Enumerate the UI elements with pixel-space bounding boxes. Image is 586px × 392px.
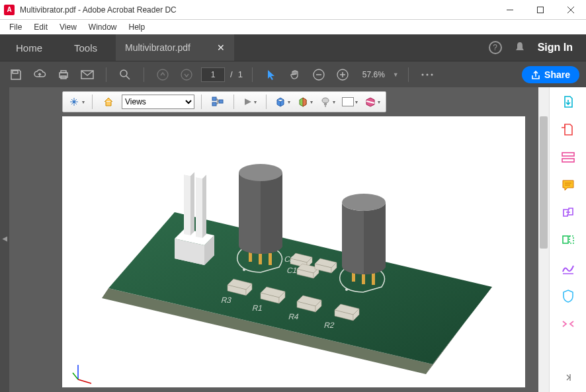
app-icon: A <box>4 5 15 15</box>
svg-point-8 <box>120 70 127 77</box>
compress-pdf-icon[interactable] <box>560 316 576 332</box>
right-tools-rail <box>549 87 586 392</box>
svg-point-19 <box>431 73 433 75</box>
rotate-3d-icon[interactable]: ▾ <box>67 93 85 110</box>
edit-pdf-icon[interactable] <box>560 149 576 165</box>
svg-rect-78 <box>562 159 574 162</box>
zoom-level[interactable]: 57.6% <box>357 70 388 79</box>
left-rail[interactable]: ▶ <box>0 87 9 392</box>
page-number-input[interactable] <box>201 67 225 82</box>
minimize-button[interactable] <box>495 0 525 20</box>
home-view-icon[interactable] <box>99 93 118 110</box>
next-page-icon[interactable] <box>177 65 196 84</box>
cross-section-icon[interactable]: ▾ <box>363 93 382 110</box>
pdf-page[interactable]: C2 C1 R3 R1 R4 R2 <box>62 116 525 387</box>
share-label: Share <box>544 69 570 80</box>
svg-rect-21 <box>212 97 216 100</box>
svg-line-76 <box>73 373 78 379</box>
page-total: 1 <box>238 69 243 79</box>
background-color-icon[interactable]: ▾ <box>341 93 359 110</box>
menu-view[interactable]: View <box>54 21 82 33</box>
zoom-out-icon[interactable] <box>310 65 328 84</box>
pcb-3d-render: C2 C1 R3 R1 R4 R2 <box>62 116 525 387</box>
sign-in-button[interactable]: Sign In <box>538 42 573 54</box>
nav-tools[interactable]: Tools <box>58 34 113 61</box>
protect-icon[interactable] <box>560 288 576 304</box>
svg-point-30 <box>243 268 245 271</box>
combine-files-icon[interactable] <box>560 205 576 221</box>
svg-rect-44 <box>269 253 272 265</box>
svg-marker-40 <box>202 175 206 238</box>
svg-rect-1 <box>538 7 544 13</box>
pointer-icon[interactable] <box>262 65 280 84</box>
nav-home[interactable]: Home <box>0 34 58 61</box>
zoom-dropdown-icon[interactable]: ▼ <box>393 71 399 78</box>
views-select[interactable]: Views <box>122 95 194 109</box>
lighting-icon[interactable]: ▾ <box>318 93 337 110</box>
pdf3d-toolbar: ▾ Views ▾ ▾ ▾ ▾ ▾ ▾ <box>62 91 386 112</box>
svg-rect-22 <box>212 102 216 106</box>
svg-marker-36 <box>184 175 190 235</box>
fill-sign-icon[interactable] <box>560 260 576 276</box>
expand-left-icon: ▶ <box>2 236 7 243</box>
close-tab-icon[interactable]: ✕ <box>217 42 225 53</box>
svg-rect-81 <box>563 236 568 243</box>
collapse-rail-icon[interactable] <box>560 370 576 385</box>
page-separator: / <box>230 69 233 79</box>
svg-marker-39 <box>196 177 202 238</box>
menu-edit[interactable]: Edit <box>28 21 53 33</box>
find-icon[interactable] <box>116 65 134 84</box>
close-button[interactable] <box>556 0 586 20</box>
prev-page-icon[interactable] <box>153 65 172 84</box>
svg-line-75 <box>78 379 91 383</box>
svg-rect-23 <box>219 100 223 103</box>
email-icon[interactable] <box>78 65 97 84</box>
more-tools-icon[interactable] <box>418 65 437 84</box>
menu-window[interactable]: Window <box>83 21 122 33</box>
print-icon[interactable] <box>54 65 73 84</box>
comment-icon[interactable] <box>560 177 576 193</box>
svg-point-24 <box>322 98 329 103</box>
svg-line-9 <box>126 76 130 79</box>
cloud-upload-icon[interactable] <box>30 65 49 84</box>
model-tree-icon[interactable] <box>208 93 227 110</box>
main-toolbar: / 1 57.6% ▼ Share <box>0 61 586 87</box>
svg-point-11 <box>181 69 192 80</box>
vertical-scrollbar[interactable] <box>538 87 549 392</box>
svg-rect-77 <box>562 153 574 156</box>
export-pdf-icon[interactable] <box>560 94 576 110</box>
svg-rect-5 <box>61 71 66 73</box>
maximize-button[interactable] <box>525 0 556 20</box>
svg-rect-25 <box>324 102 327 105</box>
svg-point-10 <box>157 69 168 80</box>
projection-icon[interactable]: ▾ <box>273 93 292 110</box>
notifications-icon[interactable] <box>514 41 526 55</box>
render-mode-icon[interactable]: ▾ <box>296 93 314 110</box>
svg-point-47 <box>239 164 282 181</box>
share-button[interactable]: Share <box>522 66 579 83</box>
document-viewport[interactable]: ▾ Views ▾ ▾ ▾ ▾ ▾ ▾ <box>9 87 549 392</box>
svg-point-18 <box>426 73 428 75</box>
svg-point-31 <box>345 288 348 291</box>
svg-point-52 <box>342 194 386 211</box>
svg-rect-50 <box>372 273 375 285</box>
svg-rect-82 <box>569 236 573 243</box>
document-tab[interactable]: Multivibrator.pdf ✕ <box>116 34 234 61</box>
help-icon[interactable]: ? <box>489 41 502 54</box>
organize-pages-icon[interactable] <box>560 233 576 249</box>
zoom-in-icon[interactable] <box>333 65 352 84</box>
content-area: ▶ ▾ Views ▾ ▾ ▾ ▾ ▾ ▾ <box>0 87 586 392</box>
svg-point-17 <box>421 73 423 75</box>
share-icon <box>531 70 540 79</box>
play-animation-icon[interactable]: ▾ <box>241 93 259 110</box>
hand-icon[interactable] <box>286 65 304 84</box>
scrollbar-thumb[interactable] <box>540 116 548 249</box>
window-title: Multivibrator.pdf - Adobe Acrobat Reader… <box>20 5 177 15</box>
save-icon[interactable] <box>7 65 25 84</box>
menu-file[interactable]: File <box>4 21 27 33</box>
window-titlebar: A Multivibrator.pdf - Adobe Acrobat Read… <box>0 0 586 20</box>
create-pdf-icon[interactable] <box>560 122 576 137</box>
menu-help[interactable]: Help <box>124 21 151 33</box>
svg-marker-37 <box>190 172 194 235</box>
document-tab-label: Multivibrator.pdf <box>125 42 190 53</box>
